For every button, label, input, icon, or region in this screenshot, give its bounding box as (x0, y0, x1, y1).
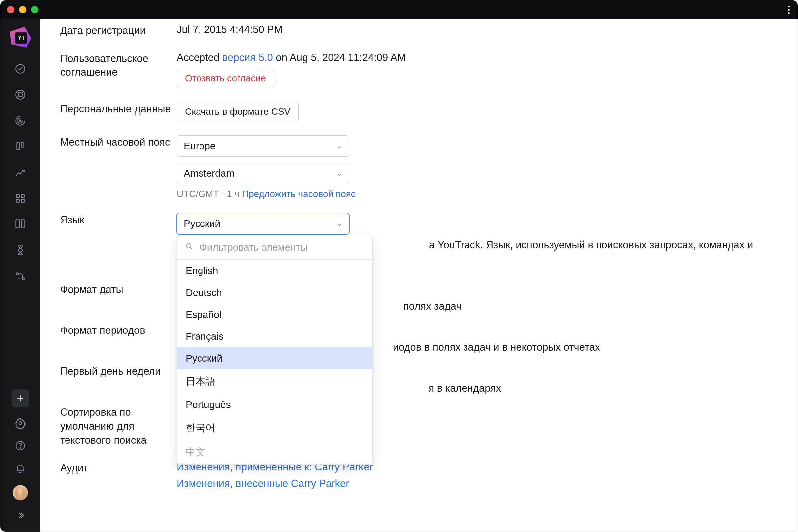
app-logo-icon[interactable]: YT (8, 25, 33, 50)
chevron-down-icon: ⌄ (337, 220, 342, 228)
svg-point-6 (20, 120, 21, 122)
nav (14, 63, 26, 282)
window-controls (7, 6, 38, 13)
kebab-menu-icon[interactable] (788, 6, 790, 14)
chevron-down-icon: ⌄ (337, 169, 342, 177)
add-button[interactable] (11, 390, 29, 407)
chart-line-icon[interactable] (14, 167, 26, 178)
minimize-window[interactable] (19, 6, 26, 13)
bell-icon[interactable] (15, 462, 26, 475)
close-window[interactable] (7, 6, 14, 13)
timezone-city-select[interactable]: Amsterdam ⌄ (176, 163, 349, 184)
svg-point-18 (187, 244, 191, 248)
language-option[interactable]: 中文 (177, 440, 373, 464)
language-option[interactable]: Français (177, 325, 373, 347)
revoke-consent-button[interactable]: Отозвать согласие (176, 69, 274, 88)
field-label-period-format: Формат периодов (60, 324, 176, 338)
svg-point-14 (22, 278, 25, 280)
suggest-timezone-link[interactable]: Предложить часовой пояс (242, 189, 356, 199)
first-day-desc-fragment: я в календарях (428, 382, 501, 394)
app-window: YT (0, 0, 798, 532)
svg-rect-7 (17, 142, 20, 150)
svg-point-13 (16, 273, 19, 275)
language-option[interactable]: Русский (177, 347, 373, 369)
svg-text:YT: YT (18, 35, 25, 41)
field-label-registration: Дата регистрации (60, 24, 176, 38)
chevron-down-icon: ⌄ (337, 141, 342, 150)
flow-icon[interactable] (14, 270, 26, 282)
language-option[interactable]: Español (177, 304, 373, 325)
language-select[interactable]: Русский ⌄ (176, 213, 349, 234)
maximize-window[interactable] (31, 6, 38, 13)
timezone-offset: UTC/GMT +1 ч (176, 189, 242, 199)
field-label-timezone: Местный часовой пояс (60, 135, 176, 149)
svg-rect-8 (21, 142, 24, 147)
search-icon (185, 241, 193, 253)
agreement-accepted-suffix: on Aug 5, 2024 11:24:09 AM (273, 52, 406, 63)
radar-icon[interactable] (14, 115, 26, 127)
timezone-region-select[interactable]: Europe ⌄ (176, 135, 349, 157)
svg-point-15 (19, 422, 22, 424)
language-filter-input[interactable] (200, 242, 364, 253)
language-option[interactable]: 日本語 (177, 369, 373, 394)
expand-sidebar-icon[interactable] (15, 510, 25, 522)
timezone-city-value: Amsterdam (184, 168, 234, 179)
svg-rect-10 (21, 194, 24, 197)
svg-point-5 (18, 93, 22, 97)
svg-rect-12 (21, 200, 24, 203)
main-content: Дата регистрации Jul 7, 2015 4:44:50 PM … (40, 19, 798, 532)
language-option[interactable]: Português (177, 394, 373, 416)
book-open-icon[interactable] (14, 218, 26, 230)
language-option[interactable]: Deutsch (177, 282, 373, 304)
sidebar: YT (0, 19, 40, 532)
field-label-language: Язык (60, 213, 176, 227)
audit-changes-made-link[interactable]: Изменения, внесенные Carry Parker (176, 478, 778, 490)
registration-value: Jul 7, 2015 4:44:50 PM (176, 24, 778, 36)
field-label-agreement: Пользовательское соглашение (60, 52, 176, 79)
life-ring-icon[interactable] (14, 89, 26, 101)
field-label-audit: Аудит (60, 461, 176, 475)
svg-rect-11 (16, 200, 19, 203)
board-icon[interactable] (14, 141, 26, 153)
svg-point-17 (20, 448, 21, 448)
agreement-version-link[interactable]: версия 5.0 (223, 52, 273, 63)
field-label-sort: Сортировка по умолчанию для текстового п… (60, 405, 176, 447)
field-label-personal-data: Персональные данные (60, 102, 176, 116)
hourglass-icon[interactable] (14, 244, 26, 256)
avatar[interactable] (13, 485, 28, 500)
field-label-date-format: Формат даты (60, 283, 176, 297)
download-csv-button[interactable]: Скачать в формате CSV (176, 102, 299, 121)
agreement-accepted-prefix: Accepted (176, 52, 223, 63)
language-option[interactable]: English (177, 260, 373, 282)
language-option[interactable]: 한국어 (177, 416, 373, 440)
period-format-desc-fragment: иодов в полях задач и в некоторых отчета… (393, 341, 600, 353)
check-circle-icon[interactable] (14, 63, 26, 75)
apps-grid-icon[interactable] (14, 192, 26, 205)
language-value: Русский (184, 218, 221, 229)
svg-rect-9 (16, 194, 19, 197)
language-dropdown: EnglishDeutschEspañolFrançaisРусский日本語P… (176, 235, 373, 464)
titlebar (0, 0, 798, 19)
field-label-first-day: Первый день недели (60, 364, 176, 378)
help-circle-icon[interactable] (15, 440, 26, 453)
date-format-desc-fragment: полях задач (403, 300, 461, 312)
gear-icon[interactable] (15, 417, 26, 430)
timezone-region-value: Europe (184, 140, 216, 152)
